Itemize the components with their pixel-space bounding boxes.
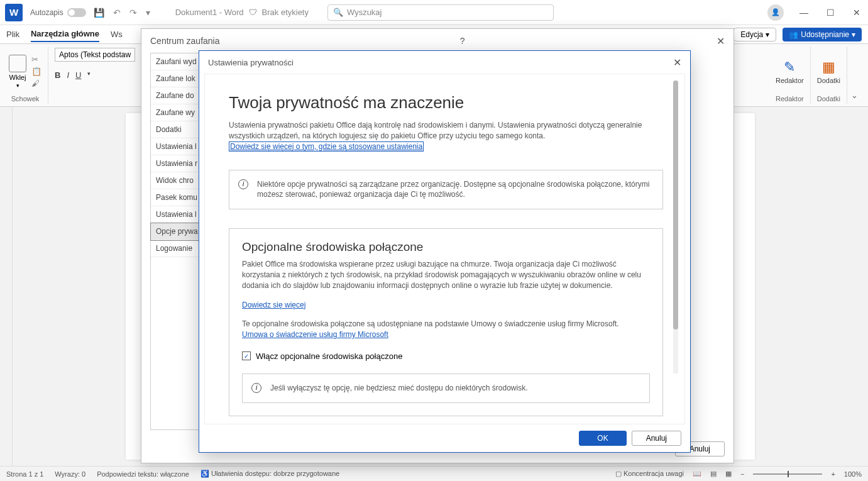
minimize-icon[interactable]: — [798,8,810,18]
paste-button[interactable]: Wklej ▾ [9,55,26,89]
trust-center-sidebar: Zaufani wydZaufane lokZaufane doZaufane … [150,53,204,430]
privacy-dialog-body: Twoja prywatność ma znaczenie Ustawienia… [204,74,685,424]
share-label: Udostępnianie [801,30,849,39]
enable-optional-checkbox-row[interactable]: ✓ Włącz opcjonalne środowiska połączone [242,351,650,361]
accessibility-label: Ułatwienia dostępu: dobrze przygotowane [211,470,339,477]
window-controls: 👤 — ☐ ✕ [767,4,863,21]
accessibility-status[interactable]: ♿ Ułatwienia dostępu: dobrze przygotowan… [201,470,339,478]
clipboard-group-label: Schowek [11,95,40,102]
trust-sidebar-item[interactable]: Widok chro [151,172,204,189]
share-icon: 👥 [789,30,798,39]
zoom-in-icon[interactable]: + [831,470,835,478]
trust-sidebar-item[interactable]: Zaufane wy [151,104,204,121]
ribbon-group-addins: ▦ Dodatki Dodatki [811,47,847,104]
learn-more-link[interactable]: Dowiedz się więcej [242,301,305,309]
privacy-intro-text: Ustawienia prywatności pakietu Office da… [229,120,663,141]
trust-sidebar-item[interactable]: Logowanie [151,240,204,257]
zoom-out-icon[interactable]: − [740,470,744,478]
trust-sidebar-item[interactable]: Zaufane do [151,87,204,104]
close-icon[interactable]: ✕ [717,35,725,47]
trust-sidebar-item[interactable]: Pasek komu [151,189,204,206]
ok-button[interactable]: OK [579,431,626,446]
zoom-level[interactable]: 100% [844,470,862,478]
checkbox-icon[interactable]: ✓ [242,351,251,360]
user-avatar[interactable]: 👤 [767,4,784,21]
help-icon[interactable]: ? [460,36,465,46]
editor-label: Redaktor [776,77,804,84]
save-icon[interactable]: 💾 [94,8,104,18]
msa-link[interactable]: Umowa o świadczenie usług firmy Microsof… [242,330,388,339]
scrollbar-thumb[interactable] [673,80,678,329]
redo-icon[interactable]: ↷ [129,8,137,18]
word-count[interactable]: Wyrazy: 0 [55,470,85,478]
org-managed-text: Niektóre opcje prywatności są zarządzane… [257,179,654,201]
close-icon[interactable]: ✕ [850,8,863,18]
privacy-dialog-title: Ustawienia prywatności [208,58,294,67]
tab-home[interactable]: Narzędzia główne [31,26,99,42]
privacy-settings-dialog: Ustawienia prywatności ✕ Twoja prywatnoś… [199,50,691,453]
share-button[interactable]: 👥 Udostępnianie ▾ [783,28,862,41]
search-placeholder: Wyszukaj [347,8,382,17]
optional-connected-heading: Opcjonalne środowiska połączone [242,240,650,254]
zoom-slider[interactable] [753,473,822,475]
ribbon-collapse-icon[interactable]: ⌄ [847,87,862,104]
maximize-icon[interactable]: ☐ [824,8,837,18]
italic-button[interactable]: I [67,70,69,80]
search-input[interactable]: 🔍 Wyszukaj [327,4,554,21]
tab-insert[interactable]: Ws [111,27,123,41]
print-layout-icon[interactable]: ▤ [710,470,717,478]
read-mode-icon[interactable]: 📖 [693,470,701,478]
ribbon-group-font: Aptos (Tekst podstaw B I U ▾ [48,47,142,104]
page-indicator[interactable]: Strona 1 z 1 [6,470,43,478]
document-title: Dokument1 - Word 🛡 Brak etykiety [175,8,309,17]
close-icon[interactable]: ✕ [673,57,681,69]
paste-icon [9,55,26,72]
focus-mode[interactable]: ▢ Koncentracja uwagi [615,470,684,478]
cancel-button[interactable]: Anuluj [632,431,681,446]
cut-icon[interactable]: ✂ [31,55,41,64]
addins-label: Dodatki [817,77,840,84]
org-managed-info-box: i Niektóre opcje prywatności są zarządza… [229,170,663,210]
trust-sidebar-item[interactable]: Ustawienia l [151,206,204,223]
addins-button[interactable]: ▦ Dodatki [817,59,840,84]
format-painter-icon[interactable]: 🖌 [31,79,41,88]
undo-icon[interactable]: ↶ [113,8,121,18]
underline-button[interactable]: U [75,70,81,80]
editing-mode-label: Edycja [740,30,763,39]
disable-warning-text: Jeśli wyłączysz tę opcję, nie będziesz m… [270,383,528,394]
trust-sidebar-item[interactable]: Zaufani wyd [151,53,204,70]
copy-icon[interactable]: 📋 [31,67,41,76]
paste-label: Wklej [9,74,26,81]
ribbon-group-clipboard: Wklej ▾ ✂ 📋 🖌 Schowek [3,47,48,104]
autosave-toggle[interactable]: Autozapis [30,8,86,17]
learn-more-settings-link[interactable]: Dowiedz się więcej o tym, gdzie są stoso… [229,141,424,152]
web-layout-icon[interactable]: ▦ [725,470,732,478]
editor-button[interactable]: ✎ Redaktor [776,59,804,84]
trust-sidebar-item[interactable]: Ustawienia l [151,138,204,155]
qat-dropdown-icon[interactable]: ▾ [146,8,150,18]
privacy-heading: Twoja prywatność ma znaczenie [229,93,663,113]
text-predictions[interactable]: Podpowiedzi tekstu: włączone [97,470,189,478]
autosave-label: Autozapis [30,8,63,17]
checkbox-label: Włącz opcjonalne środowiska połączone [256,351,402,361]
trust-sidebar-item[interactable]: Opcje prywa [151,223,204,240]
bold-button[interactable]: B [55,70,60,80]
scrollbar[interactable] [673,80,678,373]
toggle-switch-icon[interactable] [67,8,86,17]
editing-mode-button[interactable]: Edycja ▾ [733,28,776,41]
addins-icon: ▦ [822,59,835,75]
trust-sidebar-item[interactable]: Zaufane lok [151,70,204,87]
trust-sidebar-item[interactable]: Ustawienia r [151,155,204,172]
trust-sidebar-item[interactable]: Dodatki [151,121,204,138]
tab-file[interactable]: Plik [6,27,19,41]
sensitivity-label[interactable]: Brak etykiety [262,8,309,17]
focus-icon: ▢ [615,470,622,477]
info-icon: i [238,179,248,189]
document-name: Dokument1 - Word [175,8,244,17]
trust-center-title: Centrum zaufania [150,36,220,46]
chevron-down-icon: ▾ [852,30,855,39]
chevron-down-icon[interactable]: ▾ [87,70,91,80]
disable-warning-box: i Jeśli wyłączysz tę opcję, nie będziesz… [242,373,650,403]
font-name-input[interactable]: Aptos (Tekst podstaw [55,48,135,62]
privacy-dialog-footer: OK Anuluj [199,424,690,452]
